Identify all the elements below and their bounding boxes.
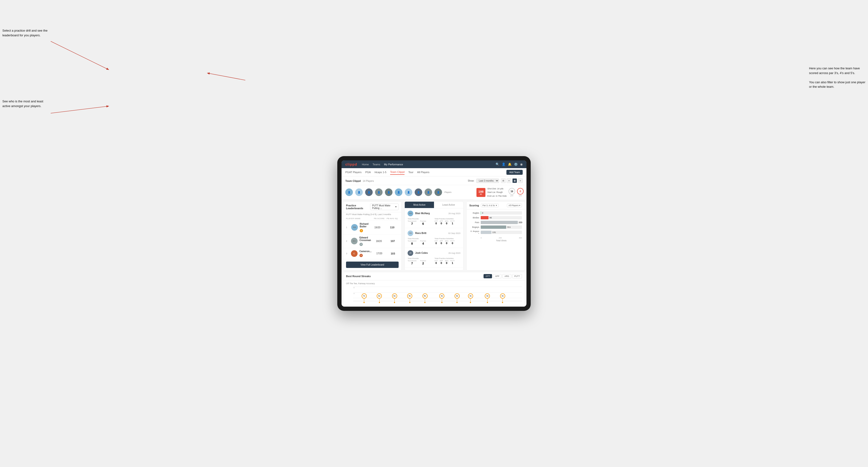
- player-score: 17/20: [373, 252, 385, 255]
- bar-track: 96: [481, 216, 522, 219]
- gold-badge: 1: [360, 229, 363, 232]
- show-filter: Show: Last 3 months ⊞ ≡ ▦ ≡: [468, 178, 523, 183]
- streak-filter-app[interactable]: APP: [493, 274, 501, 278]
- players-row: 👤 👤 👤 👤 👤 👤 👤 👤 👤 👤 Players: [342, 185, 474, 200]
- avatar[interactable]: 👤: [375, 188, 382, 196]
- team-header: Team Clippd 14 Players Show: Last 3 mont…: [342, 177, 526, 185]
- view-full-leaderboard-button[interactable]: View Full Leaderboard: [346, 261, 399, 268]
- leaderboard-dropdown[interactable]: PUTT Must Make Putting ... ▾: [370, 204, 399, 210]
- rank-2: 2: [346, 240, 349, 242]
- search-icon[interactable]: 🔍: [496, 162, 499, 166]
- nav-icons: 🔍 👤 🔔 ⚙️ ◉: [496, 162, 523, 166]
- bell-icon[interactable]: 🔔: [508, 162, 512, 166]
- subnav-pgat[interactable]: PGAT Players: [345, 170, 362, 175]
- bar-track: 3: [481, 211, 522, 215]
- activity-item-header: BM Blair McHarg 26 Aug 2023: [408, 211, 460, 216]
- leaderboard-panel: Practice Leaderboards PUTT Must Make Put…: [343, 201, 402, 271]
- practice-activities-label: Total Practice Activities: [434, 218, 460, 220]
- avatar[interactable]: 👤: [385, 188, 393, 196]
- activity-item: JC Josh Coles 26 Aug 2023 Total Rounds T…: [405, 248, 463, 268]
- show-select[interactable]: Last 3 months: [476, 179, 499, 183]
- team-title-group: Team Clippd 14 Players: [345, 179, 374, 183]
- streak-filter-arg[interactable]: ARG: [502, 274, 512, 278]
- timeline-pin: 3x: [500, 293, 505, 303]
- bar-label-bogeys: Bogeys: [469, 226, 479, 228]
- scoring-player-filter[interactable]: All Players ▾: [507, 204, 522, 207]
- avatar[interactable]: 👤: [395, 188, 402, 196]
- subnav-pga[interactable]: PGA: [365, 170, 371, 175]
- streaks-section: Best Round Streaks OTT APP ARG PUTT Off …: [343, 272, 525, 305]
- table-row: 3 C Cameron... 3 17/20 103: [343, 248, 401, 259]
- timeline-pin: 5x: [423, 293, 428, 303]
- avatar: JC: [408, 250, 413, 256]
- score-circles: 16 yds 0 yds: [508, 188, 524, 197]
- player-score: 19/20: [371, 226, 384, 229]
- avatar[interactable]: 👤: [425, 188, 432, 196]
- avatar[interactable]: 👤: [345, 188, 353, 196]
- avatar[interactable]: 👤: [434, 188, 442, 196]
- activity-tabs: Most Active Least Active: [405, 201, 463, 208]
- avatar: EC: [351, 238, 358, 244]
- rank-3: 3: [346, 252, 349, 255]
- nav-teams[interactable]: Teams: [373, 162, 380, 166]
- bar-label-dbogeys: D. Bogeys +: [469, 230, 479, 235]
- avatar[interactable]: 👤: [365, 188, 373, 196]
- activity-player-name: Blair McHarg: [415, 212, 446, 215]
- list-view-icon[interactable]: ≡: [507, 178, 512, 183]
- timeline-pin: 6x: [377, 293, 382, 303]
- activity-date: 26 Aug 2023: [448, 212, 460, 215]
- card-view-icon[interactable]: ▦: [512, 178, 517, 183]
- most-active-tab[interactable]: Most Active: [405, 201, 434, 208]
- show-label: Show:: [468, 180, 474, 182]
- subnav-all-players[interactable]: All Players: [417, 170, 430, 175]
- rank-1: 1: [346, 226, 349, 228]
- players-label: Players: [444, 191, 452, 193]
- streaks-title: Best Round Streaks: [346, 275, 371, 278]
- sub-nav: PGAT Players PGA Hcaps 1-5 Team Clippd T…: [342, 168, 526, 177]
- score-circle-2: 0: [517, 188, 524, 195]
- subnav-team-clippd[interactable]: Team Clippd: [390, 169, 404, 175]
- streaks-subtitle: Off The Tee, Fairway Accuracy: [346, 282, 522, 285]
- streak-filter-putt[interactable]: PUTT: [512, 274, 522, 278]
- timeline-pin: 4x: [468, 293, 473, 303]
- timeline-pin: 4x: [439, 293, 444, 303]
- avatar[interactable]: 👤: [355, 188, 363, 196]
- activity-item: RB Rees Britt 02 Sep 2023 Total Rounds T…: [405, 228, 463, 248]
- scoring-filter-dropdown[interactable]: Par 3, 4 & 5s ▾: [481, 204, 499, 207]
- person-icon[interactable]: 👤: [502, 162, 505, 166]
- bar-label-pars: Pars: [469, 221, 479, 224]
- streaks-filters: OTT APP ARG PUTT: [484, 274, 522, 278]
- scoring-title: Scoring: [469, 204, 479, 207]
- subnav-hcaps[interactable]: Hcaps 1-5: [375, 170, 386, 175]
- practice-activities-label: Total Practice Activities: [434, 257, 460, 259]
- scoring-panel: Scoring Par 3, 4 & 5s ▾ All Players ▾ Ea…: [466, 201, 525, 271]
- subnav-tour[interactable]: Tour: [408, 170, 413, 175]
- player-avg: 107: [387, 240, 399, 243]
- score-preview: 198 SC Shot Dist: 16 yds Start Lie: Roug…: [474, 185, 526, 200]
- chart-view-icon[interactable]: ≡: [518, 178, 523, 183]
- nav-my-performance[interactable]: My Performance: [384, 162, 403, 166]
- top-nav: clippd Home Teams My Performance 🔍 👤 🔔 ⚙…: [342, 160, 526, 168]
- avatar[interactable]: 👤: [415, 188, 422, 196]
- chart-x-title: Total Shots: [469, 239, 522, 243]
- user-avatar-icon[interactable]: ◉: [520, 162, 523, 166]
- activity-date: 02 Sep 2023: [448, 232, 460, 235]
- bar-track: 131: [481, 231, 522, 234]
- chart-x-axis: 0200400: [469, 236, 522, 239]
- player-score: 18/20: [373, 240, 385, 243]
- avatar[interactable]: 👤: [405, 188, 412, 196]
- player-avg: 110: [385, 226, 399, 229]
- activity-item-header: JC Josh Coles 26 Aug 2023: [408, 250, 460, 256]
- add-team-button[interactable]: Add Team: [506, 170, 523, 175]
- least-active-tab[interactable]: Least Active: [434, 201, 463, 208]
- activity-item: BM Blair McHarg 26 Aug 2023 Total Rounds…: [405, 208, 463, 228]
- leaderboard-title: Practice Leaderboards: [346, 204, 368, 210]
- nav-home[interactable]: Home: [362, 162, 369, 166]
- player-info: Richard Butler 1: [360, 223, 369, 232]
- settings-icon[interactable]: ⚙️: [514, 162, 518, 166]
- svg-line-1: [51, 106, 108, 113]
- grid-view-icon[interactable]: ⊞: [501, 178, 506, 183]
- avatar: RB: [408, 230, 413, 236]
- app-logo: clippd: [345, 162, 357, 166]
- streak-filter-ott[interactable]: OTT: [484, 274, 492, 278]
